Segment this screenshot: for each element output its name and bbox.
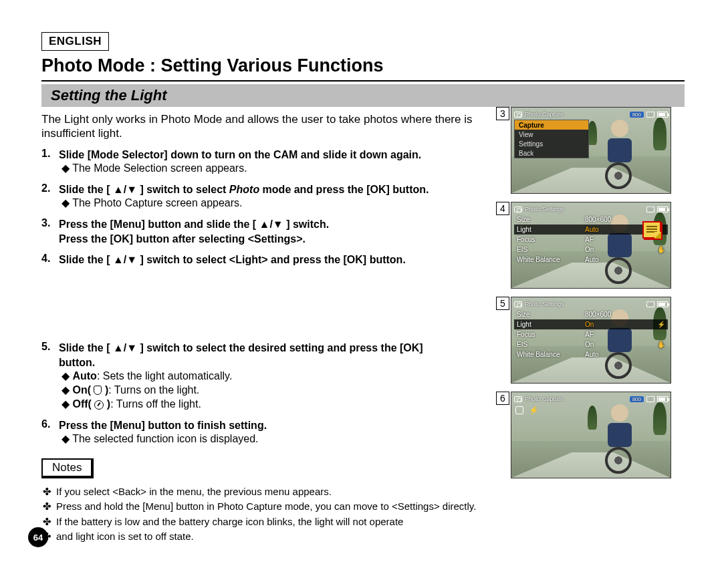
shot-4-title: Photo Settings — [525, 206, 564, 212]
lbl-light: Light — [517, 226, 585, 233]
step-5-opt-on: ◆ On( ): Turns on the light. — [62, 384, 507, 398]
step-6: 6. Press the [Menu] button to finish set… — [59, 418, 507, 446]
step-1: 1. Slide [Mode Selector] down to turn on… — [59, 148, 507, 176]
instructions-column: The Light only works in Photo Mode and a… — [41, 107, 507, 545]
step-2-a: Slide the [ ▲/▼ ] switch to select — [59, 184, 229, 195]
row-focus: FocusAF — [514, 329, 668, 339]
step-6-sub: ◆ The selected function icon is displaye… — [62, 432, 507, 446]
step-5-head: Slide the [ ▲/▼ ] switch to select the d… — [59, 341, 433, 370]
hand-icon: ✋ — [657, 246, 665, 253]
lbl-eis: EIS — [517, 341, 585, 348]
step-2-sub-text: The Photo Capture screen appears. — [72, 197, 242, 208]
lbl-wb: White Balance — [517, 351, 585, 358]
opt-auto-desc: : Sets the light automatically. — [97, 370, 232, 382]
memory-icon — [646, 301, 654, 307]
intro-text: The Light only works in Photo Mode and a… — [41, 112, 507, 141]
menu-capture: Capture — [515, 120, 588, 130]
lbl-focus: Focus — [517, 331, 585, 338]
opt-auto: Auto — [72, 370, 96, 382]
battery-icon — [657, 112, 668, 118]
page-number-badge: 64 — [28, 527, 48, 547]
row-eis: EISOn✋ — [514, 339, 668, 349]
camera-icon — [514, 396, 522, 402]
step-1-sub: ◆ The Mode Selection screen appears. — [62, 162, 507, 176]
row-wb: White BalanceAuto — [514, 255, 668, 265]
step-1-sub-text: The Mode Selection screen appears. — [72, 162, 247, 174]
battery-icon — [657, 206, 668, 212]
shot-5-settings: Size800×600 LightOn⚡ FocusAF EISOn✋ Whit… — [514, 309, 668, 359]
shot-5-num: 5 — [496, 297, 509, 310]
opt-off-desc: : Turns off the light. — [110, 398, 201, 410]
shot-4-num: 4 — [496, 202, 509, 215]
shot-6-num: 6 — [496, 392, 509, 405]
shot-6-title: Photo Capture — [525, 396, 564, 402]
light-on-icon — [94, 386, 102, 395]
memory-icon — [646, 112, 654, 118]
shot-3-topbar: Photo Capture 800 — [514, 110, 668, 119]
opt-on: On( — [72, 384, 91, 396]
shot-4-wrap: 4 Photo Settings Size800×600 LightAut — [511, 202, 685, 289]
note-sticker-icon — [642, 221, 661, 239]
step-3: 3. Press the [Menu] button and slide the… — [59, 217, 507, 246]
steps-list: 1. Slide [Mode Selector] down to turn on… — [41, 148, 507, 447]
sf-icon — [515, 406, 523, 414]
step-3-head: Press the [Menu] button and slide the [ … — [59, 217, 507, 246]
hand-icon: ✋ — [657, 341, 665, 348]
memory-icon — [646, 206, 654, 212]
step-5-opt-off: ◆ Off( ): Turns off the light. — [62, 398, 507, 412]
flash-icon: ⚡ — [529, 406, 539, 415]
shot-5: Photo Settings Size800×600 LightOn⚡ Focu… — [511, 297, 671, 384]
shot-3-wrap: 3 Photo Capture 800 Capture — [511, 107, 685, 194]
val-focus: AF — [585, 331, 594, 338]
shot-5-wrap: 5 Photo Settings Size800×600 LightOn⚡ — [511, 297, 685, 384]
shot-3-num: 3 — [496, 107, 509, 120]
val-light: On — [585, 321, 594, 328]
shot-6-wrap: 6 Photo Capture 800 ⚡ — [511, 392, 685, 478]
val-size: 800×600 — [585, 216, 611, 223]
notes-list: If you select <Back> in the menu, the pr… — [41, 485, 507, 543]
row-size: Size800×600 — [514, 309, 668, 319]
lbl-size: Size — [517, 311, 585, 318]
step-2-ital: Photo — [229, 184, 259, 195]
step-1-head: Slide [Mode Selector] down to turn on th… — [59, 148, 507, 162]
shot-3-title: Photo Capture — [525, 111, 564, 118]
shot-4-topbar: Photo Settings — [514, 204, 668, 214]
opt-off: Off( — [72, 398, 91, 410]
step-5: 5. Slide the [ ▲/▼ ] switch to select th… — [59, 341, 507, 412]
menu-back: Back — [515, 148, 588, 158]
step-2-head: Slide the [ ▲/▼ ] switch to select Photo… — [59, 182, 507, 197]
battery-icon — [657, 301, 668, 307]
size-pill: 800 — [630, 396, 644, 402]
battery-icon — [657, 396, 668, 402]
notes-heading: Notes — [41, 458, 94, 478]
note-4: and light icon is set to off state. — [41, 530, 507, 543]
menu-view: View — [515, 130, 588, 139]
menu-settings: Settings — [515, 139, 588, 148]
step-4: 4. Slide the [ ▲/▼ ] switch to select <L… — [59, 253, 507, 267]
opt-on-desc: : Turns on the light. — [108, 384, 199, 396]
step-2: 2. Slide the [ ▲/▼ ] switch to select Ph… — [59, 182, 507, 210]
val-wb: Auto — [585, 256, 599, 263]
lbl-size: Size — [517, 216, 585, 223]
shot-5-topbar: Photo Settings — [514, 299, 668, 309]
note-2: Press and hold the [Menu] button in Phot… — [41, 500, 507, 513]
lbl-focus: Focus — [517, 236, 585, 243]
shot-3: Photo Capture 800 Capture View Settings … — [511, 107, 671, 194]
camera-icon — [514, 301, 522, 307]
lbl-eis: EIS — [517, 246, 585, 253]
step-6-head: Press the [Menu] button to finish settin… — [59, 418, 507, 433]
shot-6: Photo Capture 800 ⚡ — [511, 392, 671, 478]
note-3: If the battery is low and the battery ch… — [41, 515, 507, 529]
row-wb: White BalanceAuto — [514, 349, 668, 359]
flash-icon: ⚡ — [657, 321, 665, 328]
lbl-light: Light — [517, 321, 585, 328]
step-5-opt-auto: ◆ Auto: Sets the light automatically. — [62, 370, 507, 384]
step-4-head: Slide the [ ▲/▼ ] switch to select <Ligh… — [59, 253, 507, 267]
val-wb: Auto — [585, 351, 599, 358]
language-label: ENGLISH — [41, 32, 109, 51]
val-eis: On — [585, 341, 594, 348]
shot-3-menu: Capture View Settings Back — [514, 120, 589, 158]
val-focus: AF — [585, 236, 594, 243]
manual-page: ENGLISH Photo Mode : Setting Various Fun… — [0, 0, 722, 563]
val-eis: On — [585, 246, 594, 253]
